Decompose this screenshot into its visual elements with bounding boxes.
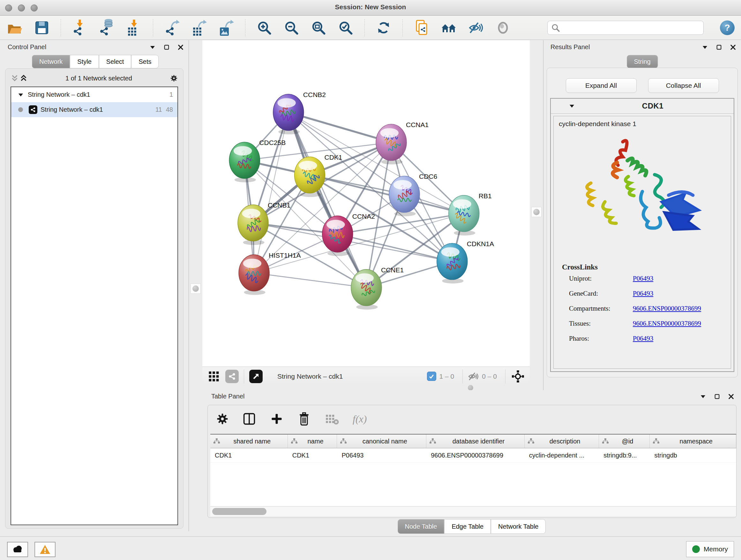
crosslink-link[interactable]: P06493 — [633, 290, 653, 298]
table-cell[interactable]: stringdb — [650, 448, 736, 462]
network-node-CDC25B[interactable] — [229, 142, 260, 182]
tab-edge-table[interactable]: Edge Table — [444, 519, 491, 534]
crosslink-link[interactable]: 9606.ENSP00000378699 — [633, 305, 701, 313]
panel-menu-button[interactable] — [699, 393, 706, 400]
help-button[interactable]: ? — [720, 20, 735, 35]
collapse-all-button[interactable]: Collapse All — [648, 78, 719, 93]
network-node-RB1[interactable] — [449, 195, 479, 236]
panel-close-button[interactable] — [177, 44, 184, 51]
network-edge-CCNB2-HIST1H1A[interactable] — [254, 112, 288, 273]
network-node-CCNA1[interactable] — [376, 124, 407, 165]
right-splitter[interactable] — [530, 40, 543, 386]
panel-close-button[interactable] — [730, 44, 737, 51]
detach-view-button[interactable] — [249, 370, 263, 383]
network-collection-row[interactable]: String Network – cdk1 1 — [11, 87, 178, 102]
network-edge-CDK1-RB1[interactable] — [310, 175, 464, 213]
table-options-button[interactable] — [216, 413, 229, 425]
column-header-namespace[interactable]: namespace — [650, 435, 736, 448]
network-options-button[interactable] — [171, 75, 178, 82]
expand-all-button[interactable]: Expand All — [566, 78, 636, 93]
network-row[interactable]: String Network – cdk1 11 48 — [11, 102, 178, 117]
table-cell[interactable]: stringdb:9... — [599, 448, 650, 462]
panel-close-button[interactable] — [728, 393, 735, 400]
cloud-status-button[interactable] — [7, 542, 28, 557]
column-header-shared-name[interactable]: shared name — [210, 435, 288, 448]
network-edge-CCNB2-CCNE1[interactable] — [288, 112, 366, 288]
selected-indicator-checkbox[interactable] — [427, 372, 436, 381]
network-node-CCNB2[interactable] — [273, 94, 304, 134]
table-row[interactable]: CDK1CDK1P064939606.ENSP00000378699cyclin… — [210, 448, 736, 462]
clone-network-button[interactable] — [413, 19, 430, 37]
export-image-button[interactable] — [218, 19, 234, 37]
refresh-button[interactable] — [375, 19, 392, 37]
import-network-button[interactable] — [71, 19, 88, 37]
table-horizontal-scrollbar[interactable] — [210, 506, 736, 516]
open-session-button[interactable] — [6, 19, 23, 37]
splitter-handle-icon[interactable] — [468, 385, 473, 390]
network-node-CCNE1[interactable] — [351, 269, 382, 310]
panel-menu-button[interactable] — [701, 44, 709, 51]
panel-menu-button[interactable] — [149, 44, 156, 51]
tab-node-table[interactable]: Node Table — [398, 519, 445, 534]
tab-style[interactable]: Style — [70, 55, 98, 68]
table-cell[interactable]: CDK1 — [288, 448, 337, 462]
expander-triangle-icon[interactable] — [18, 93, 23, 97]
export-network-button[interactable] — [164, 19, 180, 37]
column-header-name[interactable]: name — [288, 435, 337, 448]
table-cell[interactable]: CDK1 — [210, 448, 288, 462]
string-style-button[interactable] — [225, 370, 239, 383]
crosslink-link[interactable]: P06493 — [633, 274, 653, 283]
search-box[interactable] — [547, 21, 704, 35]
tab-network[interactable]: Network — [32, 55, 70, 68]
network-view-canvas[interactable]: CCNB2CCNA1CDC25BCDK1CDC6RB1CCNB1CCNA2CDK… — [202, 40, 530, 367]
expand-all-networks-button[interactable] — [20, 75, 27, 82]
column-header-description[interactable]: description — [525, 435, 599, 448]
tab-network-table[interactable]: Network Table — [491, 519, 546, 534]
scrollbar-thumb[interactable] — [212, 508, 266, 515]
save-session-button[interactable] — [33, 19, 50, 37]
splitter-handle-icon[interactable] — [192, 286, 199, 292]
show-columns-button[interactable] — [242, 412, 256, 426]
tab-select[interactable]: Select — [99, 55, 131, 68]
network-node-CCNB1[interactable] — [238, 205, 268, 245]
create-column-button[interactable] — [270, 412, 284, 426]
table-cell[interactable]: P06493 — [337, 448, 426, 462]
warnings-button[interactable] — [35, 542, 56, 557]
network-edge-HIST1H1A-CCNE1[interactable] — [254, 273, 366, 288]
memory-button[interactable]: Memory — [686, 541, 734, 557]
zoom-out-button[interactable] — [283, 19, 300, 37]
crosslink-link[interactable]: P06493 — [633, 334, 653, 343]
network-graph[interactable]: CCNB2CCNA1CDC25BCDK1CDC6RB1CCNB1CCNA2CDK… — [202, 40, 530, 367]
table-cell[interactable]: cyclin-dependent ... — [525, 448, 599, 462]
panel-float-button[interactable] — [714, 393, 721, 400]
import-table-button[interactable] — [126, 19, 142, 37]
panel-float-button[interactable] — [163, 44, 170, 51]
left-splitter[interactable] — [189, 40, 202, 531]
crosslink-link[interactable]: 9606.ENSP00000378699 — [633, 320, 701, 327]
zoom-in-button[interactable] — [256, 19, 273, 37]
network-node-HIST1H1A[interactable] — [239, 255, 269, 295]
export-table-button[interactable] — [191, 19, 207, 37]
column-header-database-identifier[interactable]: database identifier — [426, 435, 525, 448]
column-header-@id[interactable]: @id — [599, 435, 650, 448]
network-node-CDKN1A[interactable] — [437, 243, 468, 284]
table-cell[interactable]: 9606.ENSP00000378699 — [426, 448, 524, 462]
delete-column-button[interactable] — [297, 412, 311, 426]
tab-sets[interactable]: Sets — [131, 55, 158, 68]
zoom-fit-button[interactable] — [310, 19, 327, 37]
tab-string[interactable]: String — [626, 55, 658, 68]
collapse-triangle-icon[interactable] — [569, 104, 575, 108]
zoom-selected-button[interactable] — [337, 19, 354, 37]
birds-eye-view-button[interactable] — [207, 369, 221, 383]
search-input[interactable] — [560, 23, 699, 32]
hide-graphics-details-button[interactable] — [468, 19, 484, 37]
fit-selected-button[interactable] — [511, 369, 525, 384]
show-all-networks-button[interactable] — [441, 19, 457, 37]
network-edge-CCNB2-CCNA1[interactable] — [288, 112, 391, 142]
column-header-canonical-name[interactable]: canonical name — [337, 435, 426, 448]
splitter-handle-icon[interactable] — [533, 209, 540, 215]
horizontal-splitter[interactable] — [202, 386, 530, 390]
panel-float-button[interactable] — [716, 44, 723, 51]
import-network-from-database-button[interactable] — [98, 19, 115, 37]
collapse-all-networks-button[interactable] — [11, 75, 18, 82]
